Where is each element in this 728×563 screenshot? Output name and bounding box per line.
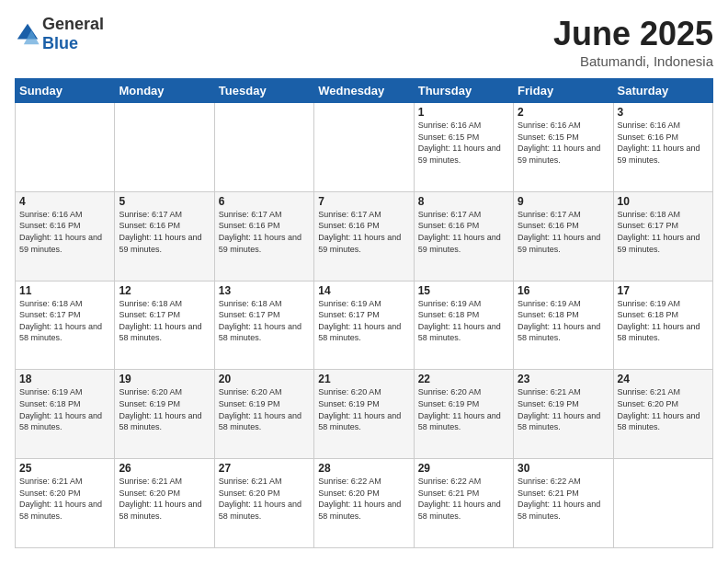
col-tuesday: Tuesday: [214, 79, 313, 103]
day-number: 18: [19, 373, 110, 385]
calendar-week-5: 25 Sunrise: 6:21 AMSunset: 6:20 PMDaylig…: [16, 459, 713, 548]
day-info: Sunrise: 6:18 AMSunset: 6:17 PMDaylight:…: [618, 209, 709, 255]
day-info: Sunrise: 6:17 AMSunset: 6:16 PMDaylight:…: [318, 209, 409, 255]
day-info: Sunrise: 6:19 AMSunset: 6:18 PMDaylight:…: [518, 298, 609, 344]
table-row: 14 Sunrise: 6:19 AMSunset: 6:17 PMDaylig…: [314, 281, 414, 370]
day-number: 12: [119, 284, 210, 297]
day-number: 19: [119, 373, 210, 385]
day-number: 21: [318, 373, 409, 385]
day-number: 20: [219, 373, 310, 385]
day-info: Sunrise: 6:20 AMSunset: 6:19 PMDaylight:…: [318, 386, 409, 432]
table-row: [16, 103, 115, 192]
calendar-title: June 2025: [553, 15, 713, 53]
day-info: Sunrise: 6:19 AMSunset: 6:18 PMDaylight:…: [618, 298, 709, 344]
table-row: 3 Sunrise: 6:16 AMSunset: 6:16 PMDayligh…: [613, 103, 712, 192]
table-row: 26 Sunrise: 6:21 AMSunset: 6:20 PMDaylig…: [115, 459, 214, 548]
day-number: 3: [618, 106, 709, 119]
day-number: 28: [318, 462, 409, 475]
table-row: 4 Sunrise: 6:16 AMSunset: 6:16 PMDayligh…: [16, 191, 115, 281]
logo-general: General: [42, 15, 104, 33]
day-number: 22: [418, 373, 509, 385]
day-number: 25: [19, 462, 110, 475]
day-number: 5: [119, 195, 210, 208]
table-row: 21 Sunrise: 6:20 AMSunset: 6:19 PMDaylig…: [314, 370, 414, 459]
table-row: 19 Sunrise: 6:20 AMSunset: 6:19 PMDaylig…: [115, 370, 214, 459]
table-row: 27 Sunrise: 6:21 AMSunset: 6:20 PMDaylig…: [214, 459, 313, 548]
col-wednesday: Wednesday: [314, 79, 414, 103]
table-row: 9 Sunrise: 6:17 AMSunset: 6:16 PMDayligh…: [514, 191, 613, 281]
col-friday: Friday: [514, 79, 613, 103]
table-row: 22 Sunrise: 6:20 AMSunset: 6:19 PMDaylig…: [414, 370, 513, 459]
day-number: 4: [19, 195, 110, 208]
table-row: [314, 103, 414, 192]
day-number: 30: [518, 462, 609, 475]
table-row: 29 Sunrise: 6:22 AMSunset: 6:21 PMDaylig…: [414, 459, 513, 548]
day-info: Sunrise: 6:18 AMSunset: 6:17 PMDaylight:…: [119, 298, 210, 344]
day-info: Sunrise: 6:19 AMSunset: 6:18 PMDaylight:…: [19, 386, 110, 432]
table-row: 12 Sunrise: 6:18 AMSunset: 6:17 PMDaylig…: [115, 281, 214, 370]
day-info: Sunrise: 6:16 AMSunset: 6:15 PMDaylight:…: [518, 120, 609, 166]
day-info: Sunrise: 6:16 AMSunset: 6:15 PMDaylight:…: [418, 120, 509, 166]
day-number: 23: [518, 373, 609, 385]
table-row: 20 Sunrise: 6:20 AMSunset: 6:19 PMDaylig…: [214, 370, 313, 459]
day-info: Sunrise: 6:16 AMSunset: 6:16 PMDaylight:…: [19, 209, 110, 255]
day-number: 29: [418, 462, 509, 475]
day-number: 7: [318, 195, 409, 208]
table-row: 7 Sunrise: 6:17 AMSunset: 6:16 PMDayligh…: [314, 191, 414, 281]
day-number: 24: [618, 373, 709, 385]
table-row: 5 Sunrise: 6:17 AMSunset: 6:16 PMDayligh…: [115, 191, 214, 281]
day-number: 15: [418, 284, 509, 297]
calendar-header-row: Sunday Monday Tuesday Wednesday Thursday…: [16, 79, 713, 103]
day-info: Sunrise: 6:21 AMSunset: 6:19 PMDaylight:…: [518, 386, 609, 432]
day-number: 13: [219, 284, 310, 297]
calendar-week-2: 4 Sunrise: 6:16 AMSunset: 6:16 PMDayligh…: [16, 191, 713, 281]
title-block: June 2025 Batumandi, Indonesia: [553, 15, 713, 69]
day-number: 10: [618, 195, 709, 208]
day-info: Sunrise: 6:20 AMSunset: 6:19 PMDaylight:…: [119, 386, 210, 432]
day-info: Sunrise: 6:22 AMSunset: 6:21 PMDaylight:…: [418, 476, 509, 522]
day-info: Sunrise: 6:22 AMSunset: 6:21 PMDaylight:…: [518, 476, 609, 522]
col-monday: Monday: [115, 79, 214, 103]
table-row: [214, 103, 313, 192]
day-number: 9: [518, 195, 609, 208]
table-row: 15 Sunrise: 6:19 AMSunset: 6:18 PMDaylig…: [414, 281, 513, 370]
table-row: 1 Sunrise: 6:16 AMSunset: 6:15 PMDayligh…: [414, 103, 513, 192]
calendar-week-4: 18 Sunrise: 6:19 AMSunset: 6:18 PMDaylig…: [16, 370, 713, 459]
col-saturday: Saturday: [613, 79, 712, 103]
table-row: 17 Sunrise: 6:19 AMSunset: 6:18 PMDaylig…: [613, 281, 712, 370]
table-row: 30 Sunrise: 6:22 AMSunset: 6:21 PMDaylig…: [514, 459, 613, 548]
day-number: 17: [618, 284, 709, 297]
day-number: 27: [219, 462, 310, 475]
day-info: Sunrise: 6:18 AMSunset: 6:17 PMDaylight:…: [219, 298, 310, 344]
day-info: Sunrise: 6:21 AMSunset: 6:20 PMDaylight:…: [618, 386, 709, 432]
day-info: Sunrise: 6:22 AMSunset: 6:20 PMDaylight:…: [318, 476, 409, 522]
table-row: 11 Sunrise: 6:18 AMSunset: 6:17 PMDaylig…: [16, 281, 115, 370]
calendar-week-1: 1 Sunrise: 6:16 AMSunset: 6:15 PMDayligh…: [16, 103, 713, 192]
table-row: 16 Sunrise: 6:19 AMSunset: 6:18 PMDaylig…: [514, 281, 613, 370]
table-row: 18 Sunrise: 6:19 AMSunset: 6:18 PMDaylig…: [16, 370, 115, 459]
table-row: 24 Sunrise: 6:21 AMSunset: 6:20 PMDaylig…: [613, 370, 712, 459]
day-info: Sunrise: 6:17 AMSunset: 6:16 PMDaylight:…: [518, 209, 609, 255]
table-row: 6 Sunrise: 6:17 AMSunset: 6:16 PMDayligh…: [214, 191, 313, 281]
day-number: 16: [518, 284, 609, 297]
day-info: Sunrise: 6:20 AMSunset: 6:19 PMDaylight:…: [219, 386, 310, 432]
calendar-week-3: 11 Sunrise: 6:18 AMSunset: 6:17 PMDaylig…: [16, 281, 713, 370]
table-row: 10 Sunrise: 6:18 AMSunset: 6:17 PMDaylig…: [613, 191, 712, 281]
logo-blue: Blue: [42, 34, 78, 52]
day-number: 14: [318, 284, 409, 297]
day-info: Sunrise: 6:17 AMSunset: 6:16 PMDaylight:…: [219, 209, 310, 255]
day-info: Sunrise: 6:17 AMSunset: 6:16 PMDaylight:…: [119, 209, 210, 255]
calendar-subtitle: Batumandi, Indonesia: [553, 53, 713, 69]
day-info: Sunrise: 6:17 AMSunset: 6:16 PMDaylight:…: [418, 209, 509, 255]
header: General Blue June 2025 Batumandi, Indone…: [15, 15, 713, 69]
table-row: [115, 103, 214, 192]
table-row: 13 Sunrise: 6:18 AMSunset: 6:17 PMDaylig…: [214, 281, 313, 370]
table-row: 8 Sunrise: 6:17 AMSunset: 6:16 PMDayligh…: [414, 191, 513, 281]
day-info: Sunrise: 6:18 AMSunset: 6:17 PMDaylight:…: [19, 298, 110, 344]
day-number: 26: [119, 462, 210, 475]
logo: General Blue: [15, 15, 104, 53]
table-row: 25 Sunrise: 6:21 AMSunset: 6:20 PMDaylig…: [16, 459, 115, 548]
logo-icon: [15, 21, 40, 47]
logo-text: General Blue: [42, 15, 104, 53]
day-number: 8: [418, 195, 509, 208]
